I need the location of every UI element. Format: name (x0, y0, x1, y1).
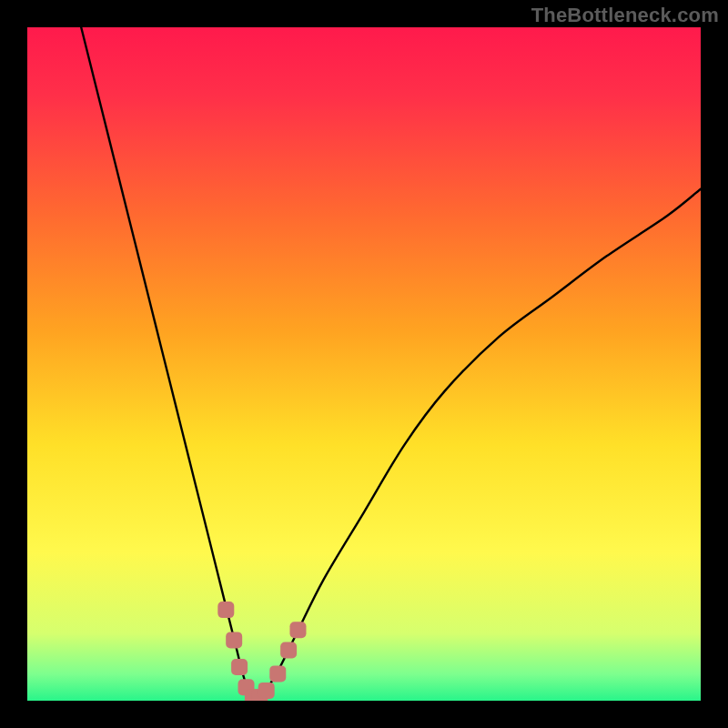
marker-point (280, 642, 297, 659)
chart-frame: TheBottleneck.com (0, 0, 728, 728)
marker-point (217, 602, 234, 618)
marker-point (231, 659, 248, 675)
marker-point (269, 665, 286, 682)
watermark-text: TheBottleneck.com (531, 4, 719, 27)
marker-point (226, 632, 242, 648)
bottleneck-chart (27, 27, 701, 701)
marker-point (258, 682, 275, 699)
gradient-background (27, 27, 701, 701)
marker-point (289, 622, 306, 638)
